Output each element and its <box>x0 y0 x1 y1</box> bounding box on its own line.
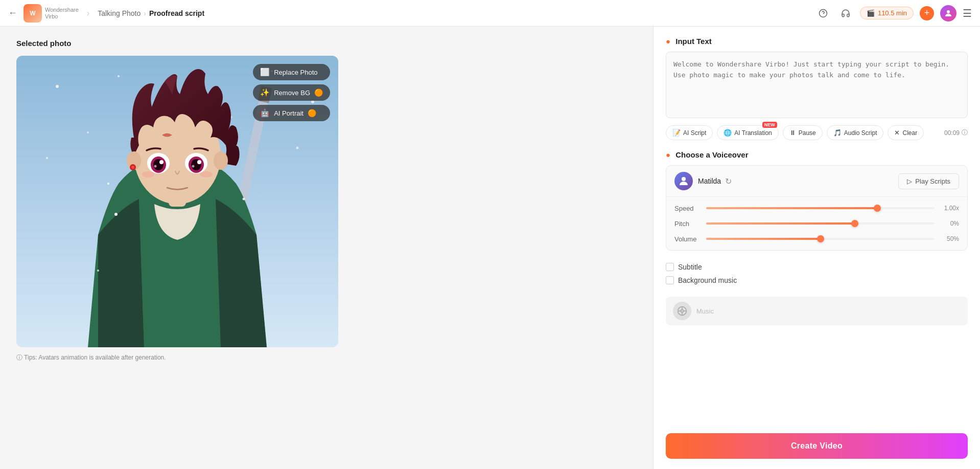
svg-point-38 <box>107 183 109 185</box>
svg-point-30 <box>197 160 201 164</box>
voice-name: Matilda <box>698 177 721 185</box>
nav-sep2: › <box>144 9 146 17</box>
voiceover-section: Choose a Voiceover Matilda ↻ ▷ Play Scri… <box>666 150 968 251</box>
selected-photo-title: Selected photo <box>16 39 637 48</box>
audio-script-icon: 🎵 <box>833 129 842 137</box>
audio-script-button[interactable]: 🎵 Audio Script <box>827 125 884 140</box>
script-duration: 00:09 ⓘ <box>944 128 968 137</box>
topbar: ← W Wondershare Virbo › Talking Photo › … <box>0 0 980 27</box>
pitch-value: 0% <box>940 220 959 227</box>
script-input[interactable] <box>666 52 968 118</box>
audio-script-label: Audio Script <box>844 129 877 137</box>
brand-name: Wondershare Virbo <box>45 7 79 19</box>
breadcrumb: Talking Photo › Proofread script <box>98 9 204 17</box>
headset-button[interactable] <box>837 5 854 21</box>
checkbox-section: Subtitle Background music <box>666 263 968 284</box>
bg-music-checkbox[interactable] <box>666 276 674 284</box>
main-layout: Selected photo <box>0 27 980 469</box>
photo-container: ⬜ Replace Photo ✨ Remove BG 🟠 🤖 AI Portr… <box>16 56 338 347</box>
pause-button[interactable]: ⏸ Pause <box>783 125 823 140</box>
create-video-label: Create Video <box>791 441 843 450</box>
replace-photo-icon: ⬜ <box>260 68 270 77</box>
clear-icon: ✕ <box>894 129 900 137</box>
pause-icon: ⏸ <box>789 129 796 137</box>
svg-point-22 <box>131 166 134 169</box>
remove-bg-button[interactable]: ✨ Remove BG 🟠 <box>253 84 330 101</box>
svg-point-31 <box>154 165 157 168</box>
speed-thumb[interactable] <box>874 205 881 212</box>
svg-point-34 <box>200 171 213 177</box>
ai-portrait-label: AI Portrait <box>274 109 304 117</box>
sliders-area: Speed 1.00x Pitch <box>666 197 967 250</box>
pitch-slider-row: Pitch 0% <box>674 218 959 229</box>
input-text-section: Input Text 📝 AI Script NEW 🌐 AI Translat… <box>666 37 968 140</box>
help-button[interactable] <box>815 5 831 21</box>
bg-music-checkbox-row[interactable]: Background music <box>666 276 968 284</box>
speed-slider-row: Speed 1.00x <box>674 203 959 213</box>
nav-current: Proofread script <box>149 9 204 17</box>
logo-icon: W <box>24 4 42 23</box>
svg-point-35 <box>114 213 118 216</box>
ai-portrait-button[interactable]: 🤖 AI Portrait 🟠 <box>253 105 330 121</box>
speed-value: 1.00x <box>940 205 959 212</box>
clear-button[interactable]: ✕ Clear <box>888 125 924 140</box>
svg-point-2 <box>947 10 950 13</box>
svg-point-11 <box>46 157 48 159</box>
volume-thumb[interactable] <box>817 235 824 242</box>
app-logo: W Wondershare Virbo <box>24 4 79 23</box>
topbar-right: 🎬 110.5 min + ☰ <box>815 5 972 21</box>
play-scripts-button[interactable]: ▷ Play Scripts <box>898 173 959 189</box>
remove-bg-icon: ✨ <box>260 88 270 97</box>
replace-photo-label: Replace Photo <box>274 69 317 76</box>
back-button[interactable]: ← <box>8 8 17 18</box>
subtitle-checkbox[interactable] <box>666 263 674 271</box>
ai-translation-icon: 🌐 <box>724 129 732 137</box>
ai-translation-label: AI Translation <box>734 129 772 137</box>
svg-point-20 <box>214 151 228 170</box>
svg-point-36 <box>243 198 245 200</box>
svg-point-41 <box>681 310 684 312</box>
play-scripts-label: Play Scripts <box>915 177 950 185</box>
new-badge: NEW <box>762 122 777 128</box>
music-row: Music <box>666 297 968 325</box>
svg-point-5 <box>118 75 120 77</box>
subtitle-label: Subtitle <box>678 263 702 271</box>
breadcrumb-sep: › <box>87 9 89 18</box>
input-toolbar: 📝 AI Script NEW 🌐 AI Translation ⏸ Pause… <box>666 125 968 140</box>
photo-tip: ⓘ Tips: Avatars animation is available a… <box>16 353 637 362</box>
volume-value: 50% <box>940 235 959 242</box>
credit-icon: 🎬 <box>867 9 875 17</box>
svg-point-39 <box>682 177 686 181</box>
credit-amount: 110.5 min <box>878 9 907 17</box>
voiceover-title: Choose a Voiceover <box>666 150 968 159</box>
add-credit-button[interactable]: + <box>920 6 934 20</box>
ai-translation-button[interactable]: NEW 🌐 AI Translation <box>717 125 778 140</box>
volume-slider-row: Volume 50% <box>674 234 959 244</box>
voiceover-card: Matilda ↻ ▷ Play Scripts Speed <box>666 165 968 251</box>
right-panel: Input Text 📝 AI Script NEW 🌐 AI Translat… <box>653 27 980 469</box>
nav-parent[interactable]: Talking Photo <box>98 9 141 17</box>
ai-script-button[interactable]: 📝 AI Script <box>666 125 713 140</box>
refresh-voice-button[interactable]: ↻ <box>725 176 732 186</box>
pitch-label: Pitch <box>674 220 701 228</box>
create-video-button[interactable]: Create Video <box>666 433 968 459</box>
svg-point-32 <box>192 165 195 168</box>
play-scripts-icon: ▷ <box>907 177 912 185</box>
user-avatar[interactable] <box>940 5 956 21</box>
left-panel: Selected photo <box>0 27 653 469</box>
credit-display: 🎬 110.5 min <box>860 7 914 19</box>
clear-label: Clear <box>902 129 917 137</box>
time-info-icon: ⓘ <box>962 128 968 137</box>
pitch-thumb[interactable] <box>851 220 858 227</box>
menu-button[interactable]: ☰ <box>963 7 972 19</box>
pause-label: Pause <box>799 129 816 137</box>
replace-photo-button[interactable]: ⬜ Replace Photo <box>253 64 330 80</box>
ai-script-icon: 📝 <box>672 129 681 137</box>
voiceover-header: Matilda ↻ ▷ Play Scripts <box>666 166 967 197</box>
svg-point-9 <box>87 131 89 133</box>
remove-bg-label: Remove BG <box>274 89 310 97</box>
svg-point-33 <box>142 171 154 177</box>
subtitle-checkbox-row[interactable]: Subtitle <box>666 263 968 271</box>
ai-portrait-icon: 🤖 <box>260 108 270 118</box>
svg-point-12 <box>296 147 299 149</box>
